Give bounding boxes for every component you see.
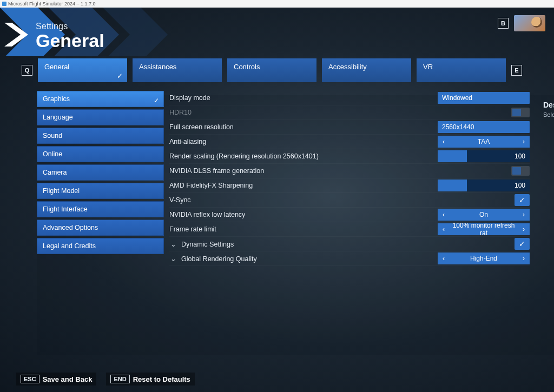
page-header: Settings General <box>0 8 554 56</box>
setting-anti-aliasing[interactable]: Anti-aliasing ‹ TAA › <box>169 135 530 149</box>
frl-selector[interactable]: ‹ 100% monitor refresh rat › <box>438 223 530 235</box>
sidebar-item-sound[interactable]: Sound <box>37 128 164 144</box>
hdr10-toggle[interactable] <box>511 108 530 117</box>
chevron-right-icon[interactable]: › <box>518 211 530 218</box>
window-titlebar: Microsoft Flight Simulator 2024 – 1.1.7.… <box>0 0 554 8</box>
resolution-value[interactable]: 2560x1440 <box>438 121 530 133</box>
breadcrumb: Settings <box>36 22 554 31</box>
header-right: B <box>498 15 545 31</box>
setting-dynamic-settings[interactable]: Dynamic Settings ✓ <box>169 237 530 251</box>
svg-marker-3 <box>4 23 28 46</box>
tab-controls[interactable]: Controls <box>227 58 316 82</box>
setting-reflex[interactable]: NVIDIA reflex low latency ‹ On › <box>169 208 530 222</box>
sidebar-item-flight-model[interactable]: Flight Model <box>37 183 164 199</box>
chevron-right-icon[interactable]: › <box>518 138 530 145</box>
setting-amd-sharpening[interactable]: AMD FidelityFX Sharpening 100 <box>169 178 530 193</box>
save-and-back-button[interactable]: ESC Save and Back <box>16 373 96 386</box>
tab-accessibility[interactable]: Accessibility <box>322 58 411 82</box>
setting-hdr10: HDR10 <box>169 105 530 120</box>
esc-key-hint: ESC <box>21 375 39 383</box>
tab-assistances[interactable]: Assistances <box>133 58 222 82</box>
setting-full-screen-resolution[interactable]: Full screen resolution 2560x1440 <box>169 120 530 135</box>
setting-render-scaling[interactable]: Render scaling (Rendering resolution 256… <box>169 149 530 164</box>
profile-key-hint: B <box>498 18 509 29</box>
window-title: Microsoft Flight Simulator 2024 – 1.1.7.… <box>8 0 96 8</box>
grq-selector[interactable]: ‹ High-End › <box>438 253 530 264</box>
sidebar-item-flight-interface[interactable]: Flight Interface <box>37 201 164 217</box>
settings-list: Display mode Windowed HDR10 Full screen … <box>169 91 530 266</box>
chevron-left-icon[interactable]: ‹ <box>438 225 450 233</box>
reflex-selector[interactable]: ‹ On › <box>438 209 530 221</box>
page-title: General <box>36 31 554 50</box>
setting-vsync[interactable]: V-Sync ✓ <box>169 193 530 208</box>
footer: ESC Save and Back END Reset to Defaults <box>16 373 195 386</box>
tab-next-key: E <box>511 65 522 76</box>
app-icon <box>2 2 6 6</box>
avatar[interactable] <box>514 15 545 31</box>
setting-frame-rate-limit[interactable]: Frame rate limit ‹ 100% monitor refresh … <box>169 222 530 237</box>
vsync-toggle[interactable]: ✓ <box>515 194 530 206</box>
chevron-right-icon[interactable]: › <box>518 255 530 262</box>
sidebar-item-legal-credits[interactable]: Legal and Credits <box>37 238 164 254</box>
tab-general[interactable]: General <box>38 58 127 82</box>
render-scaling-slider[interactable]: 100 <box>438 150 530 162</box>
aa-selector[interactable]: ‹ TAA › <box>438 136 530 148</box>
reset-defaults-button[interactable]: END Reset to Defaults <box>106 373 194 386</box>
sidebar: Graphics Language Sound Online Camera Fl… <box>37 91 164 266</box>
setting-display-mode[interactable]: Display mode Windowed <box>169 91 530 105</box>
chevron-left-icon[interactable]: ‹ <box>438 255 450 262</box>
chevron-left-icon[interactable]: ‹ <box>438 138 450 145</box>
chevron-left-icon[interactable]: ‹ <box>438 211 450 218</box>
main: Graphics Language Sound Online Camera Fl… <box>37 91 554 266</box>
sidebar-item-online[interactable]: Online <box>37 146 164 162</box>
tab-prev-key: Q <box>22 65 32 76</box>
sidebar-item-graphics[interactable]: Graphics <box>37 91 164 107</box>
display-mode-value[interactable]: Windowed <box>438 92 530 104</box>
chevron-right-icon[interactable]: › <box>518 225 530 233</box>
description-panel: Des Sele <box>543 101 554 118</box>
setting-global-rendering-quality[interactable]: Global Rendering Quality ‹ High-End › <box>169 251 530 266</box>
sidebar-item-advanced-options[interactable]: Advanced Options <box>37 220 164 236</box>
setting-dlss-fg[interactable]: NVIDIA DLSS frame generation <box>169 164 530 178</box>
sidebar-item-language[interactable]: Language <box>37 109 164 125</box>
end-key-hint: END <box>110 375 129 383</box>
dlss-toggle[interactable] <box>511 166 530 176</box>
tab-vr[interactable]: VR <box>417 58 506 82</box>
dynamic-toggle[interactable]: ✓ <box>515 238 530 250</box>
sidebar-item-camera[interactable]: Camera <box>37 164 164 181</box>
tab-row: Q General Assistances Controls Accessibi… <box>0 58 554 82</box>
amd-sharpening-slider[interactable]: 100 <box>438 180 530 191</box>
